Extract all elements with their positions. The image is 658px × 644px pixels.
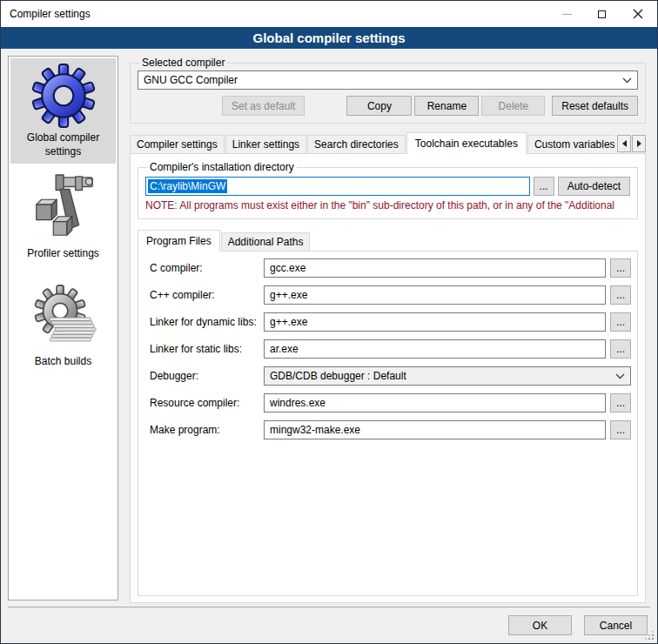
program-files-notebook: Program FilesAdditional Paths C compiler… — [138, 229, 638, 596]
field-label: C++ compiler: — [150, 289, 264, 301]
tab-scroll-left-button[interactable] — [617, 135, 631, 152]
c-compiler-browse-button[interactable]: ... — [610, 258, 631, 278]
tab-linker-settings[interactable]: Linker settings — [225, 135, 306, 153]
compiler-select-value: GNU GCC Compiler — [144, 74, 238, 86]
field-label: Resource compiler: — [150, 397, 264, 409]
sidebar: Global compiler settings Profiler settin… — [8, 56, 118, 600]
dialog-window: Compiler settings Global compiler settin… — [0, 0, 658, 644]
sidebar-item-label: Global compiler settings — [12, 131, 114, 158]
titlebar: Compiler settings — [1, 1, 657, 27]
make-program-input[interactable]: mingw32-make.exe — [264, 420, 606, 439]
make-program-browse-button[interactable]: ... — [610, 420, 631, 439]
tab-compiler-settings[interactable]: Compiler settings — [130, 135, 225, 153]
field-row-c-compiler: C++ compiler:g++.exe... — [150, 285, 631, 305]
c-compiler-input[interactable]: gcc.exe — [264, 258, 606, 278]
footer-buttons: OK Cancel — [508, 615, 648, 635]
select-value: GDB/CDB debugger : Default — [270, 370, 406, 382]
field-row-resource-compiler: Resource compiler:windres.exe... — [150, 393, 631, 413]
content-area: Selected compiler GNU GCC Compiler Set a… — [130, 57, 646, 603]
delete-button[interactable]: Delete — [481, 96, 545, 116]
tab-toolchain-executables[interactable]: Toolchain executables — [406, 132, 527, 154]
rename-button[interactable]: Rename — [414, 96, 479, 116]
cancel-button[interactable]: Cancel — [584, 615, 648, 635]
window-title: Compiler settings — [10, 8, 91, 20]
minimize-icon — [562, 14, 572, 15]
c-compiler-browse-button[interactable]: ... — [610, 285, 631, 305]
tab-additional-paths[interactable]: Additional Paths — [221, 232, 311, 251]
resize-grip[interactable] — [645, 631, 654, 640]
linker-for-dynamic-libs-browse-button[interactable]: ... — [610, 312, 631, 332]
install-dir-group: Compiler's installation directory C:\ray… — [138, 161, 638, 219]
program-files-tabstrip: Program FilesAdditional Paths — [138, 229, 638, 251]
field-label: Linker for static libs: — [150, 343, 264, 355]
install-dir-legend: Compiler's installation directory — [147, 161, 297, 173]
linker-for-static-libs-browse-button[interactable]: ... — [610, 339, 631, 359]
debugger-select[interactable]: GDB/CDB debugger : Default — [264, 366, 631, 386]
field-row-make-program: Make program:mingw32-make.exe... — [150, 420, 631, 439]
tab-search-directories[interactable]: Search directories — [307, 135, 406, 153]
install-dir-input[interactable]: C:\raylib\MinGW — [145, 177, 530, 196]
close-button[interactable] — [619, 1, 657, 27]
field-row-c-compiler: C compiler:gcc.exe... — [150, 258, 631, 278]
sidebar-item-label: Profiler settings — [12, 247, 114, 261]
sidebar-item-batch-builds[interactable]: Batch builds — [10, 278, 116, 374]
install-dir-browse-button[interactable]: ... — [534, 177, 554, 196]
chevron-down-icon — [622, 77, 632, 84]
dialog-header: Global compiler settings — [1, 27, 657, 49]
resource-compiler-browse-button[interactable]: ... — [610, 393, 631, 413]
tab-scroll-controls — [614, 135, 646, 152]
sidebar-item-profiler-settings[interactable]: Profiler settings — [10, 167, 116, 266]
maximize-button[interactable] — [584, 1, 619, 27]
arrow-right-icon — [637, 140, 641, 147]
blue-gear-icon — [12, 64, 114, 128]
field-label: Make program: — [150, 424, 264, 436]
program-files-page: C compiler:gcc.exe...C++ compiler:g++.ex… — [138, 251, 638, 596]
set-as-default-button[interactable]: Set as default — [222, 96, 305, 116]
tab-program-files[interactable]: Program Files — [138, 230, 220, 252]
sidebar-item-global-compiler-settings[interactable]: Global compiler settings — [10, 58, 116, 164]
maximize-icon — [598, 10, 606, 18]
sidebar-item-label: Batch builds — [12, 355, 114, 369]
caliper-icon — [12, 172, 114, 244]
arrow-left-icon — [622, 140, 627, 147]
selected-compiler-group: Selected compiler GNU GCC Compiler Set a… — [130, 57, 646, 124]
close-icon — [633, 9, 643, 19]
install-dir-value: C:\raylib\MinGW — [148, 179, 227, 193]
tab-custom-variables[interactable]: Custom variables — [527, 135, 622, 153]
field-row-linker-for-static-libs: Linker for static libs:ar.exe... — [150, 339, 631, 359]
field-row-debugger: Debugger:GDB/CDB debugger : Default — [150, 366, 631, 386]
dialog-body: Global compiler settings Profiler settin… — [1, 49, 657, 643]
reset-defaults-button[interactable]: Reset defaults — [552, 96, 638, 116]
linker-for-dynamic-libs-input[interactable]: g++.exe — [264, 312, 606, 332]
copy-button[interactable]: Copy — [346, 96, 412, 116]
ok-button[interactable]: OK — [508, 615, 572, 635]
field-label: C compiler: — [150, 262, 264, 274]
install-dir-note: NOTE: All programs must exist either in … — [145, 199, 630, 211]
tab-scroll-right-button[interactable] — [632, 135, 646, 152]
page-title: Global compiler settings — [252, 30, 405, 45]
settings-tabstrip: Compiler settingsLinker settingsSearch d… — [130, 131, 646, 153]
toolchain-executables-page: Compiler's installation directory C:\ray… — [130, 153, 646, 603]
selected-compiler-legend: Selected compiler — [139, 57, 227, 69]
compiler-select[interactable]: GNU GCC Compiler — [138, 70, 638, 90]
field-label: Debugger: — [150, 370, 264, 382]
auto-detect-button[interactable]: Auto-detect — [558, 177, 630, 196]
c-compiler-input[interactable]: g++.exe — [264, 285, 606, 305]
linker-for-static-libs-input[interactable]: ar.exe — [264, 339, 606, 359]
gear-stack-icon — [12, 284, 114, 352]
field-row-linker-for-dynamic-libs: Linker for dynamic libs:g++.exe... — [150, 312, 631, 332]
footer-separator — [8, 607, 650, 607]
window-controls — [549, 1, 657, 27]
field-label: Linker for dynamic libs: — [150, 316, 264, 328]
install-dir-row: C:\raylib\MinGW ... Auto-detect — [145, 177, 630, 196]
compiler-buttons-row: Set as defaultCopyRenameDeleteReset defa… — [138, 96, 638, 116]
minimize-button[interactable] — [549, 1, 584, 27]
resource-compiler-input[interactable]: windres.exe — [264, 393, 606, 413]
chevron-down-icon — [615, 373, 625, 379]
